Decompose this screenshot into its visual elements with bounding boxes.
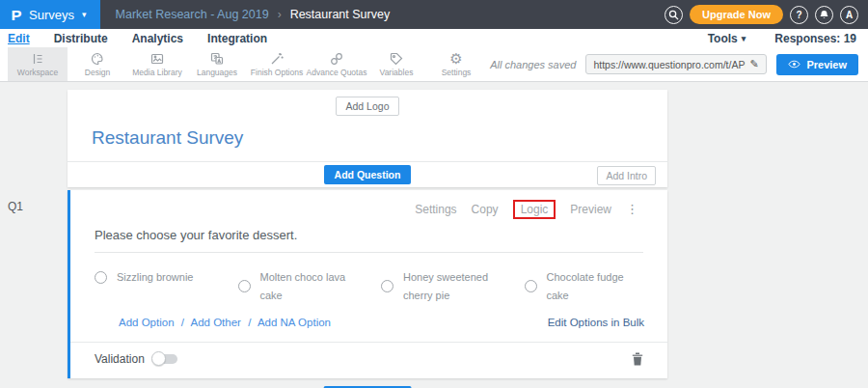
chevron-down-icon: ▾ (82, 10, 87, 19)
survey-toolbar: Workspace Design Media Library Languages… (0, 47, 868, 82)
survey-title[interactable]: Restaurant Survey (68, 116, 667, 161)
option-label[interactable]: Sizzling brownie (117, 268, 193, 287)
add-other-link[interactable]: Add Other (191, 317, 241, 328)
survey-card: Add Logo Restaurant Survey Add Question … (68, 90, 667, 388)
toolbar-item-media-library[interactable]: Media Library (127, 47, 187, 81)
add-logo-wrap: Add Logo (68, 97, 667, 116)
edit-options-in-bulk-link[interactable]: Edit Options in Bulk (548, 317, 644, 328)
surveys-menu[interactable]: P Surveys ▾ (0, 0, 100, 29)
breadcrumb-current: Restaurant Survey (290, 8, 391, 21)
question-block: Settings Copy Logic Preview ⋮ Please cho… (68, 190, 667, 378)
add-question-button[interactable]: Add Question (324, 165, 412, 184)
action-preview[interactable]: Preview (570, 203, 611, 216)
option-links-row: Add Option / Add Other / Add NA Option E… (70, 304, 667, 328)
option-label[interactable]: Honey sweetened cherry pie (403, 268, 496, 304)
tab-distribute[interactable]: Distribute (54, 32, 108, 45)
bell-icon (819, 10, 829, 20)
question-number: Q1 (8, 200, 23, 213)
top-bar: P Surveys ▾ Market Research - Aug 2019 ›… (0, 0, 868, 29)
survey-url-input[interactable] (593, 59, 746, 70)
magic-wand-icon (269, 51, 285, 67)
link-separator: / (181, 317, 184, 328)
toolbar-item-finish-options[interactable]: Finish Options (247, 47, 307, 81)
validation-row: Validation (70, 342, 667, 378)
option-links: Add Option / Add Other / Add NA Option (119, 317, 331, 328)
breadcrumb-parent-link[interactable]: Market Research - Aug 2019 (116, 8, 269, 21)
survey-url-box: ✎ (585, 54, 767, 74)
option-item: Sizzling brownie (95, 268, 238, 287)
chevron-down-icon: ▾ (742, 34, 746, 43)
breadcrumb-separator-icon: › (278, 8, 282, 21)
image-icon (149, 51, 165, 67)
topbar-actions: Upgrade Now ? A (665, 5, 868, 24)
radio-button[interactable] (238, 280, 251, 292)
question-text[interactable]: Please choose your favorite dessert. (95, 228, 643, 253)
validation-label: Validation (95, 352, 145, 366)
tools-label: Tools (708, 32, 738, 45)
palette-icon (90, 51, 105, 67)
nav-tabs: Edit Distribute Analytics Integration (8, 32, 267, 45)
add-logo-button[interactable]: Add Logo (336, 97, 400, 116)
tab-integration[interactable]: Integration (207, 32, 267, 45)
link-separator: / (248, 317, 251, 328)
notifications-button[interactable] (815, 6, 833, 24)
toolbar-item-workspace[interactable]: Workspace (8, 47, 68, 81)
preview-label: Preview (806, 59, 847, 70)
gear-icon: ⚙ (449, 51, 462, 67)
add-option-link[interactable]: Add Option (119, 317, 175, 328)
toolbar-right: All changes saved ✎ Preview (490, 47, 868, 81)
help-button[interactable]: ? (790, 6, 808, 24)
more-options-icon[interactable]: ⋮ (626, 205, 638, 214)
answer-options-row: Sizzling brownie Molten choco lava cake … (70, 253, 667, 304)
search-icon (668, 10, 679, 20)
nav-right: Tools ▾ Responses: 19 (708, 32, 856, 45)
preview-button[interactable]: Preview (776, 54, 858, 75)
validation-left: Validation (95, 352, 177, 366)
option-label[interactable]: Molten choco lava cake (260, 268, 353, 304)
toolbar-item-languages[interactable]: Languages (187, 47, 247, 81)
tools-menu[interactable]: Tools ▾ (708, 32, 746, 45)
add-intro-button[interactable]: Add Intro (597, 166, 656, 185)
option-item: Chocolate fudge cake (525, 268, 668, 304)
responses-link[interactable]: Responses: 19 (774, 32, 856, 45)
tab-analytics[interactable]: Analytics (132, 32, 183, 45)
add-na-option-link[interactable]: Add NA Option (258, 317, 331, 328)
option-item: Molten choco lava cake (238, 268, 382, 304)
option-label[interactable]: Chocolate fudge cake (547, 268, 639, 304)
toolbar-item-variables[interactable]: Variables (366, 47, 426, 81)
nav-row: Edit Distribute Analytics Integration To… (0, 29, 868, 47)
survey-header-section: Add Logo Restaurant Survey (68, 90, 667, 161)
action-settings[interactable]: Settings (415, 203, 456, 216)
workspace-icon (30, 51, 45, 67)
radio-button[interactable] (95, 271, 107, 284)
add-question-row: Add Question Add Intro (68, 161, 667, 187)
delete-question-button[interactable] (632, 352, 643, 366)
question-action-row: Settings Copy Logic Preview ⋮ (70, 190, 667, 219)
search-button[interactable] (665, 6, 683, 24)
questionpro-logo-icon: P (11, 7, 21, 23)
chain-links-icon (329, 51, 344, 67)
radio-button[interactable] (381, 280, 393, 292)
translate-icon (209, 51, 225, 67)
upgrade-now-button[interactable]: Upgrade Now (690, 5, 783, 24)
edit-url-pencil-icon[interactable]: ✎ (749, 58, 758, 70)
radio-button[interactable] (525, 280, 537, 292)
toggle-knob (151, 351, 166, 366)
eye-icon (788, 60, 800, 69)
autosave-status: All changes saved (490, 59, 576, 70)
trash-icon (632, 352, 643, 366)
toolbar-item-advance-quotas[interactable]: Advance Quotas (307, 47, 366, 81)
action-copy[interactable]: Copy (472, 203, 499, 216)
avatar[interactable]: A (840, 6, 858, 24)
app-menu-label: Surveys (29, 8, 74, 22)
validation-toggle[interactable] (152, 354, 177, 364)
editor-canvas: Q1 Add Logo Restaurant Survey Add Questi… (0, 82, 868, 388)
toolbar-item-settings[interactable]: ⚙ Settings (426, 47, 486, 81)
breadcrumb: Market Research - Aug 2019 › Restaurant … (116, 8, 391, 21)
action-logic[interactable]: Logic (513, 200, 556, 219)
toolbar-item-design[interactable]: Design (68, 47, 127, 81)
option-item: Honey sweetened cherry pie (381, 268, 525, 304)
tag-icon (389, 51, 404, 67)
tab-edit[interactable]: Edit (8, 32, 30, 45)
